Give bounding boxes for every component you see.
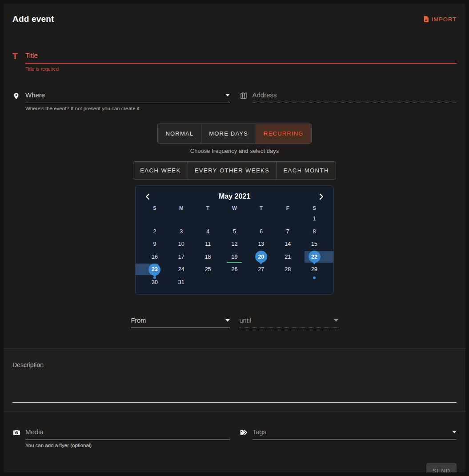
calendar: May 2021 SMTWTFS 12345678910111213141516… [135,185,334,295]
day-number: 12 [232,241,238,247]
media-helper: You can add a flyer (optional) [25,443,230,448]
address-field: Address [240,91,457,111]
day-number: 28 [285,266,291,272]
tags-icon [240,428,253,438]
prev-month-button[interactable] [141,192,154,201]
tags-select[interactable]: Tags [253,428,457,440]
calendar-day-empty [221,212,248,225]
calendar-grid: 1234567891011121314151617181920212223242… [141,212,328,288]
import-label: IMPORT [432,16,457,23]
media-placeholder: Media [25,428,44,436]
day-number: 16 [152,254,158,260]
frequency-each-month-button[interactable]: EACH MONTH [276,161,336,180]
day-number: 5 [233,228,236,235]
day-number: 31 [178,279,184,285]
calendar-day-empty [141,212,168,225]
chevron-down-icon [225,94,230,96]
title-field-row: T Title Title is required [12,52,457,72]
from-select[interactable]: From [131,317,230,328]
calendar-day-26[interactable]: 26 [221,263,248,276]
calendar-day-12[interactable]: 12 [221,238,248,251]
frequency-every-other-weeks-button[interactable]: EVERY OTHER WEEKS [188,161,277,180]
calendar-day-5[interactable]: 5 [221,225,248,238]
tab-normal[interactable]: NORMAL [157,124,201,144]
description-input[interactable] [12,368,457,403]
send-button[interactable]: SEND [426,463,457,472]
calendar-day-14[interactable]: 14 [274,238,301,251]
day-number: 13 [258,241,264,247]
frequency-hint: Choose frequency and select days [12,148,457,154]
calendar-day-20[interactable]: 20 [248,251,274,264]
calendar-day-7[interactable]: 7 [274,225,301,238]
calendar-day-empty [248,276,274,289]
calendar-day-24[interactable]: 24 [168,263,195,276]
calendar-day-8[interactable]: 8 [301,225,328,238]
media-tags-row: Media You can add a flyer (optional) Tag… [12,428,457,448]
media-field: Media You can add a flyer (optional) [12,428,230,448]
day-of-week-label: S [301,205,328,211]
description-section: Description [4,348,465,412]
chevron-down-icon [334,319,338,322]
calendar-day-4[interactable]: 4 [195,225,221,238]
frequency-options: EACH WEEKEVERY OTHER WEEKSEACH MONTH [12,161,457,180]
calendar-day-empty [248,212,274,225]
calendar-day-29[interactable]: 29 [301,263,328,276]
calendar-day-28[interactable]: 28 [274,263,301,276]
media-input[interactable]: Media [25,428,230,440]
address-input[interactable]: Address [253,91,457,103]
calendar-day-11[interactable]: 11 [195,238,221,251]
day-number: 24 [178,266,184,272]
calendar-day-18[interactable]: 18 [195,251,221,264]
from-label: From [131,317,146,324]
day-number: 14 [285,241,291,247]
day-of-week-label: F [274,205,301,211]
calendar-day-headers: SMTWTFS [141,205,328,211]
calendar-day-2[interactable]: 2 [141,225,168,238]
until-select[interactable]: until [240,317,338,328]
calendar-day-9[interactable]: 9 [141,238,168,251]
calendar-day-17[interactable]: 17 [168,251,195,264]
chevron-right-icon [319,193,324,200]
calendar-day-13[interactable]: 13 [248,238,274,251]
where-placeholder: Where [25,91,45,99]
calendar-header: May 2021 [141,191,328,202]
day-number: 29 [311,266,317,272]
day-of-week-label: T [195,205,221,211]
calendar-day-21[interactable]: 21 [274,251,301,264]
calendar-day-empty [274,212,301,225]
calendar-day-3[interactable]: 3 [168,225,195,238]
calendar-month-label: May 2021 [219,192,250,200]
day-number: 8 [313,228,316,235]
where-select[interactable]: Where [25,91,230,103]
tab-more-days[interactable]: MORE DAYS [201,124,256,144]
selected-day-marker: 23 [148,264,160,276]
import-button[interactable]: IMPORT [422,16,457,23]
frequency-each-week-button[interactable]: EACH WEEK [133,161,188,180]
title-icon: T [12,52,25,61]
calendar-day-6[interactable]: 6 [248,225,274,238]
day-number: 17 [178,254,184,260]
calendar-day-15[interactable]: 15 [301,238,328,251]
calendar-day-19[interactable]: 19 [221,251,248,264]
calendar-day-27[interactable]: 27 [248,263,274,276]
calendar-day-31[interactable]: 31 [168,276,195,289]
calendar-day-22[interactable]: 22 [301,251,328,264]
title-input[interactable]: Title [25,52,457,64]
title-placeholder: Title [25,52,38,59]
camera-icon [12,428,25,438]
address-placeholder: Address [253,91,277,99]
calendar-day-1[interactable]: 1 [301,212,328,225]
calendar-day-empty [274,276,301,289]
from-field: From [131,317,230,328]
tab-recurring[interactable]: RECURRING [256,124,312,144]
calendar-day-16[interactable]: 16 [141,251,168,264]
next-month-button[interactable] [315,192,328,201]
calendar-day-10[interactable]: 10 [168,238,195,251]
calendar-day-23[interactable]: 23 [141,263,168,276]
day-number: 10 [178,241,184,247]
calendar-day-25[interactable]: 25 [195,263,221,276]
tags-placeholder: Tags [253,428,267,436]
event-type-tabs: NORMALMORE DAYSRECURRING [12,124,457,144]
day-number: 18 [205,254,211,260]
day-number: 7 [286,228,289,235]
